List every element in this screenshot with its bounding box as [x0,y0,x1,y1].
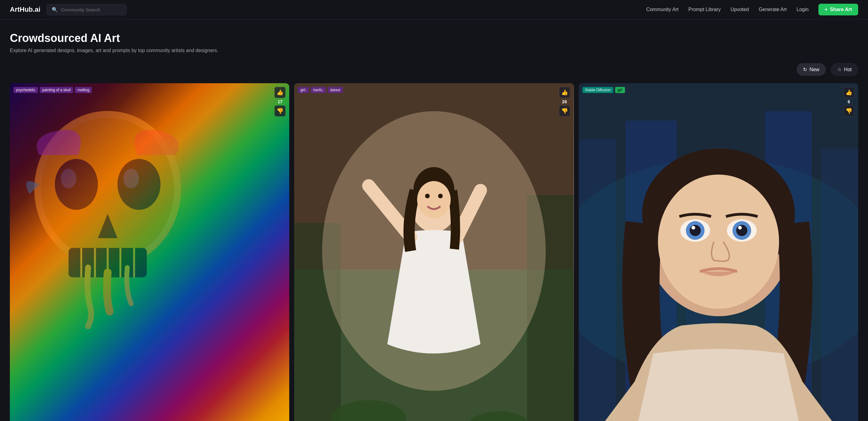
tags-row-1: psychedelic painting of a skull melting [13,87,92,93]
art-card-1[interactable]: psychedelic painting of a skull melting … [10,83,289,421]
filter-hot-label: Hot [844,67,852,72]
tag-stable-diffusion[interactable]: Stable Diffusion [583,87,613,93]
downvote-button-1[interactable]: 👎 [274,106,285,117]
search-icon: 🔍 [52,7,58,12]
nav-community-art[interactable]: Community Art [646,7,679,12]
svg-point-42 [690,225,701,236]
tag-painting-skull[interactable]: painting of a skull [40,87,73,93]
page-title: Crowdsourced AI Art [10,32,858,45]
art-card-3[interactable]: 知乎 @程序员梓羽同学 Stable Diffusion girl 👍 6 👎 … [579,83,858,421]
share-art-label: Share Art [830,7,852,12]
nav-prompt-library[interactable]: Prompt Library [688,7,721,12]
filter-new-button[interactable]: ↻ New [797,63,826,76]
svg-point-44 [691,226,695,230]
share-art-plus-icon: + [825,7,827,12]
portrait-illustration [579,83,858,421]
main-header: ArtHub.ai 🔍 Community Art Prompt Library… [0,0,868,20]
svg-point-43 [736,225,747,236]
nav-login[interactable]: Login [797,7,809,12]
upvote-button-2[interactable]: 👍 [559,87,570,98]
art-grid: psychedelic painting of a skull melting … [10,83,858,421]
svg-point-45 [738,226,742,230]
tags-row-3: Stable Diffusion girl [583,87,625,93]
art-image-portrait: 知乎 @程序员梓羽同学 [579,83,858,421]
refresh-icon: ↻ [803,66,807,72]
tag-psychedelic[interactable]: psychedelic [13,87,38,93]
search-input[interactable] [61,7,121,12]
tag-hanfu[interactable]: hanfu, [311,87,326,93]
page-subtitle: Explore AI generated designs, images, ar… [10,48,858,53]
svg-point-22 [417,181,451,218]
vote-count-3: 6 [848,99,850,104]
svg-point-24 [438,193,443,198]
art-image-dancer [294,83,574,421]
downvote-button-2[interactable]: 👎 [559,106,570,117]
upvote-button-1[interactable]: 👍 [274,87,285,98]
vote-panel-2: 👍 26 👎 [559,87,570,117]
svg-point-37 [658,175,779,309]
share-art-button[interactable]: + Share Art [818,4,858,16]
filter-hot-button[interactable]: ☆ Hot [831,63,858,76]
vote-count-1: 17 [278,99,283,104]
svg-point-23 [425,193,430,198]
vote-panel-1: 👍 17 👎 [274,87,285,117]
tag-girl-portrait[interactable]: girl [615,87,625,93]
star-icon: ☆ [837,66,841,72]
nav-upvoted[interactable]: Upvoted [731,7,749,12]
filter-new-label: New [809,67,819,72]
downvote-button-3[interactable]: 👎 [843,106,855,117]
search-bar: 🔍 [46,4,127,16]
tag-dance[interactable]: dance [328,87,343,93]
main-nav: Community Art Prompt Library Upvoted Gen… [646,4,858,16]
vote-count-2: 26 [562,99,567,104]
dancer-illustration [294,83,574,421]
header-left: ArtHub.ai 🔍 [10,4,127,16]
filter-row: ↻ New ☆ Hot [10,63,858,76]
tags-row-2: girl, hanfu, dance [298,87,343,93]
vote-panel-3: 👍 6 👎 [843,87,855,117]
art-card-2[interactable]: girl, hanfu, dance 👍 26 👎 [294,83,574,421]
art-image-skull [10,83,289,421]
tag-girl[interactable]: girl, [298,87,309,93]
nav-generate-art[interactable]: Generate Art [758,7,787,12]
main-content: Crowdsourced AI Art Explore AI generated… [0,20,868,421]
upvote-button-3[interactable]: 👍 [843,87,855,98]
tag-melting[interactable]: melting [75,87,92,93]
logo[interactable]: ArtHub.ai [10,5,40,13]
